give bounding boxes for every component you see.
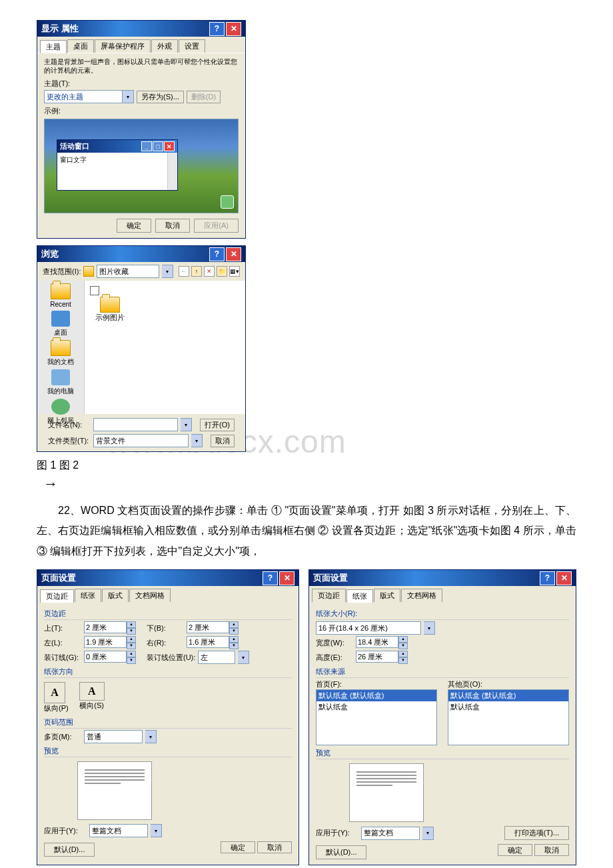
back-icon[interactable]: ←: [179, 266, 189, 277]
close-icon[interactable]: ✕: [279, 571, 295, 585]
tab-layout[interactable]: 版式: [374, 589, 400, 602]
bottom-input[interactable]: [187, 621, 229, 633]
folder-label: 示例图片: [90, 313, 130, 323]
views-icon[interactable]: ▦▾: [229, 266, 240, 277]
chevron-down-icon[interactable]: ▾: [422, 827, 434, 840]
tab-settings[interactable]: 设置: [179, 39, 205, 53]
chevron-down-icon[interactable]: ▾: [191, 434, 203, 447]
tab-margin[interactable]: 页边距: [40, 589, 74, 603]
delete-icon[interactable]: ✕: [204, 266, 215, 277]
tab-margin[interactable]: 页边距: [312, 589, 346, 602]
right-input[interactable]: [187, 636, 229, 648]
applyto-combo[interactable]: 整篇文档: [89, 824, 148, 837]
spinner[interactable]: ▲▼: [398, 636, 408, 649]
right-label: 右(R):: [147, 638, 184, 648]
browse-dialog: 浏览 ? ✕ 查找范围(I): 图片收藏 ▾ ← ↑ ✕ 📁 ▦▾ Recent…: [37, 245, 246, 452]
page-setup-margins-dialog: 页面设置?✕ 页边距 纸张 版式 文档网格 页边距 上(T): ▲▼ 下(B):…: [37, 569, 299, 865]
preview-box: [349, 763, 424, 822]
landscape-icon[interactable]: A: [79, 682, 105, 701]
group-papersource: 纸张来源: [316, 667, 569, 678]
chevron-down-icon[interactable]: ▾: [151, 824, 162, 837]
default-button[interactable]: 默认(D)...: [316, 845, 366, 859]
tab-desktop[interactable]: 桌面: [67, 39, 94, 53]
tab-paper[interactable]: 纸张: [346, 589, 373, 603]
newfolder-icon[interactable]: 📁: [217, 266, 227, 277]
up-icon[interactable]: ↑: [191, 266, 202, 277]
help-icon[interactable]: ?: [209, 247, 225, 261]
close-icon: ✕: [164, 141, 175, 151]
cancel-button[interactable]: 取消: [211, 435, 235, 447]
ok-button[interactable]: 确定: [117, 219, 151, 233]
gutterpos-label: 装订线位置(U):: [147, 653, 195, 663]
theme-combo[interactable]: 更改的主题: [44, 90, 123, 103]
otherpage-listbox[interactable]: 默认纸盒 (默认纸盒)默认纸盒: [448, 689, 569, 745]
otherpage-label: 其他页(O):: [448, 679, 569, 689]
multi-combo[interactable]: 普通: [84, 730, 143, 743]
place-recent[interactable]: Recent: [50, 283, 71, 308]
spinner[interactable]: ▲▼: [229, 621, 239, 635]
ok-button[interactable]: 确定: [221, 841, 255, 853]
close-icon[interactable]: ✕: [556, 571, 572, 585]
file-area[interactable]: 示例图片: [85, 281, 245, 414]
tab-paper[interactable]: 纸张: [75, 589, 101, 602]
spinner[interactable]: ▲▼: [398, 651, 408, 664]
chevron-down-icon[interactable]: ▾: [424, 621, 435, 635]
height-label: 高度(E):: [316, 653, 353, 663]
places-bar: Recent 桌面 我的文档 我的电脑 网上邻居: [37, 281, 85, 414]
chevron-down-icon[interactable]: ▾: [123, 90, 134, 103]
help-icon[interactable]: ?: [263, 571, 278, 585]
tab-grid[interactable]: 文档网格: [401, 589, 442, 602]
filename-input[interactable]: [93, 418, 178, 431]
gutterpos-combo[interactable]: 左: [198, 651, 235, 664]
cancel-button[interactable]: 取消: [257, 841, 292, 853]
cancel-button[interactable]: 取消: [534, 844, 569, 856]
chevron-down-icon[interactable]: ▾: [162, 265, 173, 278]
bottom-label: 下(B):: [147, 623, 184, 633]
filetype-combo[interactable]: 背景文件: [93, 434, 189, 447]
tab-screensaver[interactable]: 屏幕保护程序: [95, 39, 151, 53]
paragraph-22: 22、WORD 文档页面设置的操作步骤：单击 ① "页面设置"菜单项，打开 如图…: [37, 501, 576, 561]
top-input[interactable]: [84, 621, 127, 633]
tab-appearance[interactable]: 外观: [151, 39, 178, 53]
place-desktop[interactable]: 桌面: [51, 311, 70, 337]
spinner[interactable]: ▲▼: [229, 636, 239, 649]
spinner[interactable]: ▲▼: [127, 651, 136, 664]
papersize-combo[interactable]: 16 开(18.4 x 26 厘米): [316, 621, 421, 635]
dialog-title: 显示 属性: [41, 23, 79, 35]
gutter-input[interactable]: [84, 651, 127, 663]
spinner[interactable]: ▲▼: [127, 636, 136, 649]
ok-button[interactable]: 确定: [498, 844, 532, 856]
tab-theme[interactable]: 主题: [40, 40, 67, 53]
portrait-icon[interactable]: A: [44, 682, 65, 703]
tab-grid[interactable]: 文档网格: [129, 589, 171, 602]
cancel-button[interactable]: 取消: [155, 219, 190, 233]
help-icon[interactable]: ?: [209, 22, 225, 36]
open-button[interactable]: 打开(O): [200, 419, 235, 431]
place-mydocs[interactable]: 我的文档: [47, 340, 74, 367]
tab-layout[interactable]: 版式: [102, 589, 129, 602]
group-preview: 预览: [44, 746, 292, 757]
height-input[interactable]: [356, 651, 398, 663]
help-icon[interactable]: ?: [540, 571, 555, 585]
display-properties-dialog: 显示 属性 ? ✕ 主题 桌面 屏幕保护程序 外观 设置 主题是背景加一组声音，…: [37, 20, 246, 239]
save-as-button[interactable]: 另存为(S)...: [137, 91, 184, 103]
firstpage-listbox[interactable]: 默认纸盒 (默认纸盒)默认纸盒: [316, 689, 437, 745]
gutter-label: 装订线(G):: [44, 653, 81, 663]
chevron-down-icon[interactable]: ▾: [238, 651, 249, 664]
folder-icon[interactable]: [100, 297, 120, 313]
chevron-down-icon[interactable]: ▾: [145, 730, 157, 743]
width-input[interactable]: [356, 636, 398, 648]
chevron-down-icon[interactable]: ▾: [181, 418, 192, 431]
spinner[interactable]: ▲▼: [127, 621, 136, 635]
group-preview: 预览: [316, 748, 569, 759]
close-icon[interactable]: ✕: [226, 22, 241, 36]
mini-window-text: 窗口文字: [60, 156, 87, 163]
printoptions-button[interactable]: 打印选项(T)...: [504, 826, 569, 840]
dialog-title: 浏览: [41, 248, 59, 260]
applyto-combo[interactable]: 整篇文档: [361, 827, 420, 840]
lookin-combo[interactable]: 图片收藏: [97, 265, 159, 278]
place-mycomputer[interactable]: 我的电脑: [47, 369, 74, 396]
default-button[interactable]: 默认(D)...: [44, 843, 95, 857]
close-icon[interactable]: ✕: [226, 247, 241, 261]
left-input[interactable]: [84, 636, 127, 648]
